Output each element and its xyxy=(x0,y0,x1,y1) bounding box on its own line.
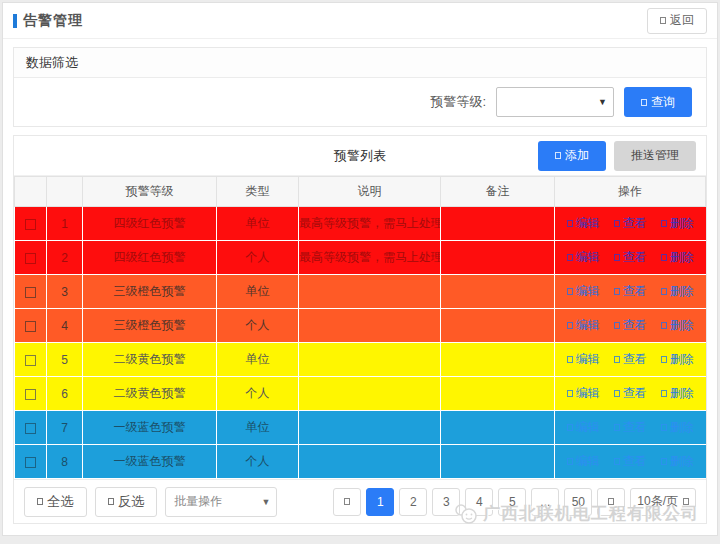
row-desc xyxy=(299,343,441,377)
row-level: 四级红色预警 xyxy=(83,207,217,241)
view-link[interactable]: 查看 xyxy=(614,249,647,266)
table-row: 1四级红色预警单位最高等级预警，需马上处理编辑查看删除 xyxy=(15,207,706,241)
row-index: 8 xyxy=(47,445,83,479)
select-all-button[interactable]: 全选 xyxy=(24,487,87,517)
row-index: 4 xyxy=(47,309,83,343)
filter-body: 预警等级: ▼ 查询 xyxy=(14,78,706,126)
row-remark xyxy=(441,343,555,377)
back-icon xyxy=(660,17,666,24)
delete-link[interactable]: 删除 xyxy=(661,351,694,368)
row-type: 个人 xyxy=(217,377,299,411)
delete-link[interactable]: 删除 xyxy=(661,453,694,470)
view-link[interactable]: 查看 xyxy=(614,385,647,402)
row-remark xyxy=(441,309,555,343)
row-remark xyxy=(441,445,555,479)
edit-link[interactable]: 编辑 xyxy=(567,215,600,232)
edit-icon xyxy=(567,254,573,261)
row-checkbox[interactable] xyxy=(25,287,36,298)
delete-link[interactable]: 删除 xyxy=(661,249,694,266)
delete-link[interactable]: 删除 xyxy=(661,283,694,300)
back-button[interactable]: 返回 xyxy=(647,8,707,34)
edit-link[interactable]: 编辑 xyxy=(567,249,600,266)
view-link[interactable]: 查看 xyxy=(614,419,647,436)
row-index: 7 xyxy=(47,411,83,445)
eye-icon xyxy=(614,254,620,261)
row-desc xyxy=(299,309,441,343)
row-remark xyxy=(441,275,555,309)
col-level: 预警等级 xyxy=(83,177,217,207)
topbar: 告警管理 返回 xyxy=(3,3,717,39)
view-link[interactable]: 查看 xyxy=(614,283,647,300)
row-checkbox[interactable] xyxy=(25,457,36,468)
pagination-prev-button[interactable] xyxy=(333,488,361,516)
chevron-down-icon: ▼ xyxy=(261,497,270,507)
pagination-page-button[interactable]: 2 xyxy=(399,488,427,516)
view-link[interactable]: 查看 xyxy=(614,453,647,470)
row-desc: 最高等级预警，需马上处理 xyxy=(299,207,441,241)
delete-link[interactable]: 删除 xyxy=(661,317,694,334)
row-remark xyxy=(441,411,555,445)
page-title: 告警管理 xyxy=(23,12,83,30)
row-type: 单位 xyxy=(217,411,299,445)
row-type: 个人 xyxy=(217,309,299,343)
table-row: 3三级橙色预警单位编辑查看删除 xyxy=(15,275,706,309)
edit-icon xyxy=(567,322,573,329)
view-link[interactable]: 查看 xyxy=(614,351,647,368)
row-checkbox[interactable] xyxy=(25,253,36,264)
company-logo-icon xyxy=(453,503,479,525)
row-type: 单位 xyxy=(217,275,299,309)
edit-link[interactable]: 编辑 xyxy=(567,385,600,402)
edit-link[interactable]: 编辑 xyxy=(567,317,600,334)
filter-panel-title: 数据筛选 xyxy=(14,48,706,78)
edit-icon xyxy=(567,288,573,295)
pagination-page-button[interactable]: 1 xyxy=(366,488,394,516)
eye-icon xyxy=(614,220,620,227)
edit-link[interactable]: 编辑 xyxy=(567,283,600,300)
filter-panel: 数据筛选 预警等级: ▼ 查询 xyxy=(13,47,707,127)
row-checkbox[interactable] xyxy=(25,355,36,366)
edit-link[interactable]: 编辑 xyxy=(567,351,600,368)
add-icon xyxy=(555,152,561,159)
row-level: 三级橙色预警 xyxy=(83,275,217,309)
eye-icon xyxy=(614,322,620,329)
col-index xyxy=(47,177,83,207)
list-head: 预警列表 添加 推送管理 xyxy=(14,136,706,176)
row-checkbox[interactable] xyxy=(25,389,36,400)
row-checkbox[interactable] xyxy=(25,219,36,230)
view-link[interactable]: 查看 xyxy=(614,317,647,334)
row-level: 二级黄色预警 xyxy=(83,377,217,411)
row-level: 一级蓝色预警 xyxy=(83,445,217,479)
search-button[interactable]: 查询 xyxy=(624,87,692,117)
delete-link[interactable]: 删除 xyxy=(661,419,694,436)
trash-icon xyxy=(661,458,667,465)
edit-link[interactable]: 编辑 xyxy=(567,453,600,470)
delete-link[interactable]: 删除 xyxy=(661,385,694,402)
edit-link[interactable]: 编辑 xyxy=(567,419,600,436)
warning-table: 预警等级 类型 说明 备注 操作 1四级红色预警单位最高等级预警，需马上处理编辑… xyxy=(14,176,706,479)
row-desc xyxy=(299,411,441,445)
row-index: 2 xyxy=(47,241,83,275)
eye-icon xyxy=(614,424,620,431)
edit-icon xyxy=(567,356,573,363)
view-link[interactable]: 查看 xyxy=(614,215,647,232)
trash-icon xyxy=(661,390,667,397)
delete-link[interactable]: 删除 xyxy=(661,215,694,232)
edit-icon xyxy=(567,220,573,227)
table-row: 4三级橙色预警个人编辑查看删除 xyxy=(15,309,706,343)
push-management-button[interactable]: 推送管理 xyxy=(614,141,696,171)
row-checkbox[interactable] xyxy=(25,423,36,434)
invert-selection-button[interactable]: 反选 xyxy=(95,487,158,517)
row-checkbox[interactable] xyxy=(25,321,36,332)
row-desc xyxy=(299,445,441,479)
level-select[interactable]: ▼ xyxy=(496,87,614,117)
trash-icon xyxy=(661,356,667,363)
table-row: 8一级蓝色预警个人编辑查看删除 xyxy=(15,445,706,479)
row-desc xyxy=(299,377,441,411)
table-row: 7一级蓝色预警单位编辑查看删除 xyxy=(15,411,706,445)
batch-operation-select[interactable]: 批量操作 ▼ xyxy=(165,487,277,517)
table-header-row: 预警等级 类型 说明 备注 操作 xyxy=(15,177,706,207)
level-label: 预警等级: xyxy=(430,93,486,111)
add-button[interactable]: 添加 xyxy=(538,141,606,171)
row-desc: 最高等级预警，需马上处理 xyxy=(299,241,441,275)
row-index: 1 xyxy=(47,207,83,241)
